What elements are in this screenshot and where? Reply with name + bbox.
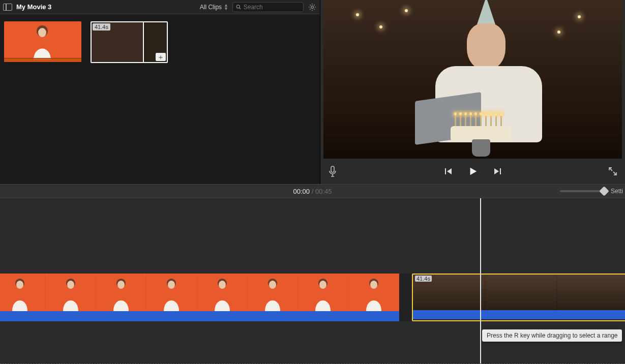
microphone-icon — [328, 166, 337, 177]
svg-line-1 — [240, 8, 241, 9]
timeline-clip-2-duration-badge: 41.4s — [415, 276, 432, 282]
preview-controls — [320, 159, 625, 184]
next-frame-button[interactable] — [492, 166, 502, 176]
svg-rect-6 — [445, 168, 446, 174]
play-button[interactable] — [468, 166, 478, 176]
time-info-bar: 00:00 / 00:45 Setti — [0, 184, 625, 198]
project-title: My Movie 3 — [16, 3, 51, 11]
play-icon — [468, 166, 478, 177]
zoom-slider[interactable] — [560, 190, 605, 192]
svg-point-13 — [117, 281, 125, 289]
svg-point-23 — [370, 281, 377, 289]
media-browser-panel: My Movie 3 All Clips ▲▼ — [0, 0, 320, 184]
plus-icon: ＋ — [157, 53, 164, 60]
timeline-clip-1-audio[interactable] — [0, 311, 399, 321]
preview-viewport[interactable] — [323, 0, 622, 159]
timeline-clip-gap[interactable] — [399, 274, 412, 321]
add-clip-button[interactable]: ＋ — [156, 53, 166, 61]
svg-point-9 — [16, 281, 23, 289]
total-time: 00:45 — [315, 188, 332, 195]
svg-rect-7 — [500, 168, 501, 174]
svg-point-11 — [67, 281, 74, 289]
fullscreen-button[interactable] — [608, 166, 618, 176]
timeline-track[interactable]: 41.4s — [0, 274, 625, 322]
timeline-settings-button[interactable]: Setti — [611, 188, 623, 195]
sidebar-toggle-icon[interactable] — [3, 4, 12, 11]
skip-forward-icon — [493, 167, 502, 176]
browser-clips-area[interactable]: 41.4s ＋ — [0, 14, 320, 184]
browser-clip-1[interactable] — [4, 21, 81, 62]
timeline-clip-2[interactable]: 41.4s — [412, 274, 625, 321]
svg-point-17 — [219, 281, 226, 289]
voiceover-button[interactable] — [328, 166, 338, 176]
skip-back-icon — [444, 167, 453, 176]
fullscreen-icon — [608, 167, 617, 176]
search-icon — [236, 4, 241, 10]
playhead[interactable] — [480, 198, 481, 363]
current-time: 00:00 — [293, 188, 310, 195]
svg-point-19 — [269, 281, 276, 289]
previous-frame-button[interactable] — [443, 166, 454, 176]
zoom-knob[interactable] — [599, 186, 609, 196]
svg-point-0 — [236, 5, 240, 8]
browser-clip-2[interactable]: 41.4s ＋ — [91, 21, 168, 63]
svg-rect-5 — [331, 166, 334, 172]
svg-point-4 — [38, 28, 46, 37]
preview-panel — [320, 0, 625, 184]
clip-1-figure — [24, 24, 60, 60]
search-field[interactable] — [232, 2, 304, 12]
timeline-clip-2-audio[interactable] — [413, 310, 625, 319]
svg-point-15 — [168, 281, 175, 289]
clip-filter-label: All Clips — [200, 4, 222, 11]
browser-toolbar: My Movie 3 All Clips ▲▼ — [0, 0, 320, 14]
range-select-tooltip: Press the R key while dragging to select… — [482, 329, 622, 342]
svg-point-21 — [319, 281, 326, 289]
gear-icon[interactable] — [308, 3, 317, 12]
clip-2-duration-badge: 41.4s — [93, 23, 110, 31]
timeline-clip-1[interactable] — [0, 274, 399, 321]
svg-point-2 — [311, 6, 314, 8]
chevron-updown-icon: ▲▼ — [224, 4, 228, 11]
timecode-display: 00:00 / 00:45 — [293, 188, 332, 195]
clip-filter-dropdown[interactable]: All Clips ▲▼ — [200, 4, 228, 11]
search-input[interactable] — [244, 4, 300, 11]
timeline-panel[interactable]: 41.4s Press the R key while dragging to … — [0, 198, 625, 364]
